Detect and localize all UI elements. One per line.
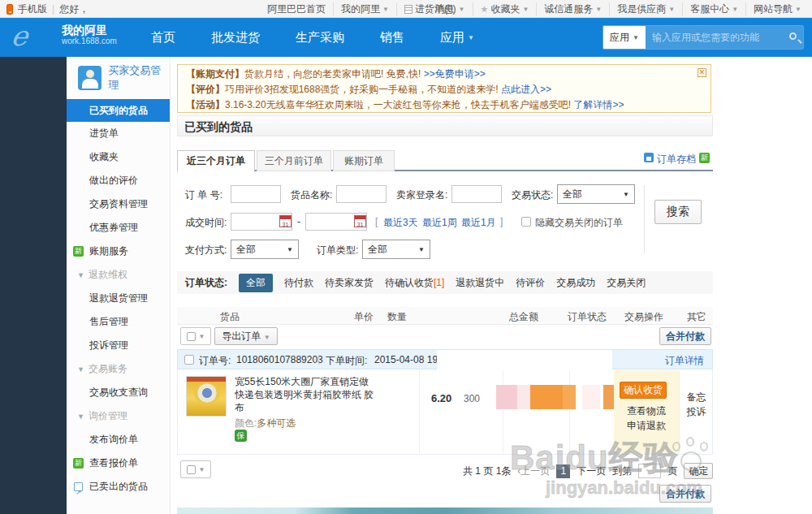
sidebar-item-favorites[interactable]: 收藏夹 [67,145,170,169]
search-input[interactable] [646,26,803,49]
avatar [78,66,102,90]
nav-search-group: 应用▼ [603,25,804,50]
complaint-link[interactable]: 投诉 [679,405,714,419]
select-all-dropdown[interactable]: ▼ [180,327,211,345]
nav-item-apps[interactable]: 应用▼ [440,30,474,45]
sidebar-group-trade-accounting[interactable]: ▼交易账务 [67,357,170,381]
sidebar-item-trade-profile[interactable]: 交易资料管理 [67,192,170,216]
topbar-link-chengxintong[interactable]: 诚信通服务▼ [536,2,609,16]
sidebar-item-my-reviews[interactable]: 做出的评价 [67,169,170,192]
product-name-input[interactable] [336,185,387,203]
seller-input[interactable] [451,185,502,203]
product-image-detail [194,382,220,404]
color-label: 颜色: [235,417,257,429]
topbar-link-my-alibaba[interactable]: 我的阿里▼ [333,2,396,16]
sidebar-item-sold-goods[interactable]: 已卖出的货品 [67,475,170,499]
quick-range-3days[interactable]: 最近3天 [383,216,418,230]
close-icon[interactable]: ✕ [698,68,706,77]
topbar-link-supplier[interactable]: 我是供应商▼ [609,2,682,16]
merge-payment-button-bottom[interactable]: 合并付款 [659,485,711,503]
order-type-select[interactable]: 全部▼ [362,240,430,259]
sidebar-dark-strip [0,57,67,514]
sidebar-item-complaints[interactable]: 投诉管理 [67,334,170,357]
notice-link-apply[interactable]: >>免费申请>> [424,68,486,80]
mobile-version-link[interactable]: 手机版 [18,2,47,16]
tab-recent-3-months[interactable]: 近三个月订单 [177,150,255,173]
order-archive-link[interactable]: 订单存档 新 [644,153,710,166]
divider [419,371,420,453]
status-pending-shipment[interactable]: 待卖家发货 [325,276,374,290]
hide-closed-checkbox[interactable] [521,217,531,227]
topbar-link-purchase-list[interactable]: 进货单(0)▼ [396,2,473,16]
topbar-link-home[interactable]: 阿里巴巴首页 [260,2,333,16]
status-all[interactable]: 全部 [239,274,273,292]
order-detail-link[interactable]: 订单详情 [665,354,704,368]
triangle-down-icon: ▼ [77,271,84,279]
status-pending-payment[interactable]: 待付款 [284,276,313,290]
checkbox-icon[interactable] [187,332,196,341]
sidebar-item-aftersale[interactable]: 售后管理 [67,310,170,334]
tab-before-3-months[interactable]: 三个月前订单 [257,150,331,171]
nav-item-production[interactable]: 生产采购 [296,30,344,45]
goto-page-input[interactable] [638,464,661,478]
sidebar-item-purchased-goods[interactable]: 已买到的货品 [67,99,170,122]
chevron-down-icon: ▼ [382,6,389,13]
product-title-link[interactable]: 宽55长150米大圈厂家直销定做快递包装透明米黄封箱胶带纸 胶布 [235,375,374,414]
status-success[interactable]: 交易成功 [556,276,595,290]
status-refunding[interactable]: 退款退货中 [456,276,504,290]
notice-link-enter[interactable]: 点此进入>> [501,84,551,95]
sidebar-item-purchase-list[interactable]: 进货单 [67,122,170,145]
select-all-dropdown-bottom[interactable]: ▼ [180,460,211,478]
hide-closed-label: 隐藏交易关闭的订单 [535,216,623,230]
sidebar-item-publish-inquiry[interactable]: 发布询价单 [67,428,170,451]
alibaba-1688-logo[interactable]: e [9,19,59,55]
search-icon[interactable] [789,32,797,40]
sidebar-item-refund-return[interactable]: 退款退货管理 [67,287,170,310]
merge-payment-button-top[interactable]: 合并付款 [659,327,711,345]
status-closed[interactable]: 交易关闭 [607,276,646,290]
product-image[interactable] [186,376,227,417]
quick-range-1month[interactable]: 最近1月 [461,216,496,230]
trade-status-select[interactable]: 全部▼ [557,184,635,204]
goto-confirm-button[interactable]: 确定 [684,463,713,479]
sidebar-header: 买家交易管理 [67,57,170,99]
sidebar-group-inquiry[interactable]: ▼询价管理 [67,404,170,428]
confirm-receipt-button[interactable]: 确认收货 [620,382,667,399]
calendar-icon[interactable]: 31 [354,215,366,227]
calendar-icon[interactable]: 31 [279,215,292,227]
sidebar-item-credit-period[interactable]: 新 账期服务 [67,240,170,263]
pay-method-select[interactable]: 全部▼ [231,240,299,259]
next-page-link[interactable]: 下一页 [577,464,606,478]
chevron-down-icon: ▼ [418,246,425,253]
brand-block[interactable]: 我的阿里 work.1688.com [62,24,117,45]
topbar-link-sitemap[interactable]: 网站导航▼ [745,2,809,16]
order-checkbox[interactable] [184,355,194,365]
view-logistics-link[interactable]: 查看物流 [614,404,679,418]
search-scope-select[interactable]: 应用▼ [603,26,646,49]
notice-prefix: 【活动】 [186,99,225,110]
sidebar-item-view-quotes[interactable]: 新 查看报价单 [67,451,170,475]
purchase-list-icon [404,5,412,14]
memo-link[interactable]: 备忘 [679,391,714,404]
notice-link-details[interactable]: 了解详情>> [573,99,624,110]
apply-refund-link[interactable]: 申请退款 [614,419,679,433]
search-button[interactable]: 搜索 [654,200,702,224]
status-pending-review[interactable]: 待评价 [516,276,545,290]
status-pending-receipt[interactable]: 待确认收货[1] [385,276,444,290]
sidebar-group-refund-rights[interactable]: ▼退款维权 [67,263,170,287]
topbar-link-favorites[interactable]: ★收藏夹▼ [473,2,537,16]
tab-credit-orders[interactable]: 账期订单 [333,150,395,171]
chevron-down-icon: ▼ [468,34,474,41]
nav-item-home[interactable]: 首页 [151,30,175,45]
nav-item-sales[interactable]: 销售 [380,30,404,45]
sidebar-item-income-expense[interactable]: 交易收支查询 [67,381,170,404]
checkbox-icon[interactable] [187,465,196,474]
export-orders-button[interactable]: 导出订单 ▼ [214,327,278,345]
topbar-link-service[interactable]: 客服中心▼ [682,2,745,16]
sidebar-item-coupons[interactable]: 优惠券管理 [67,216,170,240]
nav-item-wholesale[interactable]: 批发进货 [211,30,260,45]
col-total: 总金额 [509,310,538,324]
order-no-input[interactable] [231,185,281,203]
quick-range-1week[interactable]: 最近1周 [422,216,457,230]
prev-page-link[interactable]: ‹上一页 [517,464,550,478]
